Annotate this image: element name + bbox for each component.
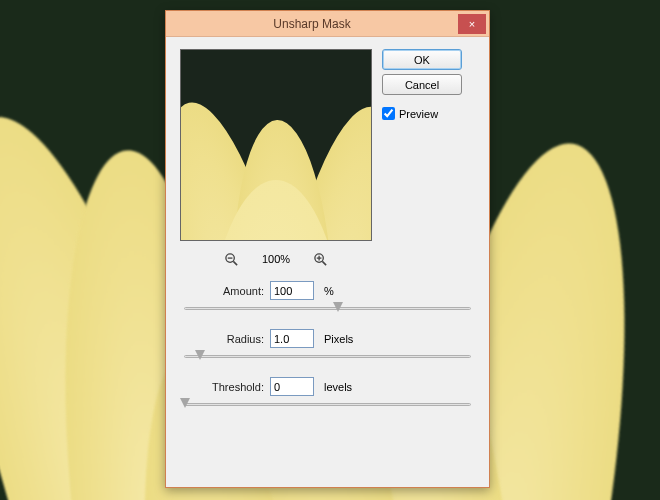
amount-thumb[interactable] — [333, 302, 343, 312]
unsharp-mask-dialog: Unsharp Mask × — [165, 10, 490, 488]
zoom-in-icon — [313, 252, 328, 267]
threshold-unit: levels — [324, 381, 352, 393]
preview-image[interactable] — [180, 49, 372, 241]
zoom-controls: 100% — [180, 251, 372, 267]
radius-track — [184, 355, 471, 358]
dialog-title: Unsharp Mask — [166, 17, 458, 31]
amount-track — [184, 307, 471, 310]
close-button[interactable]: × — [458, 14, 486, 34]
zoom-out-button[interactable] — [224, 251, 240, 267]
threshold-label: Threshold: — [180, 381, 264, 393]
radius-label: Radius: — [180, 333, 264, 345]
amount-unit: % — [324, 285, 334, 297]
close-icon: × — [469, 18, 475, 30]
zoom-in-button[interactable] — [312, 251, 328, 267]
ok-button[interactable]: OK — [382, 49, 462, 70]
radius-row: Radius: Pixels — [180, 329, 475, 348]
dialog-body: 100% OK Cancel — [166, 37, 489, 487]
zoom-percent: 100% — [262, 253, 290, 265]
threshold-slider[interactable] — [180, 399, 475, 411]
threshold-thumb[interactable] — [180, 398, 190, 408]
radius-slider[interactable] — [180, 351, 475, 363]
amount-slider[interactable] — [180, 303, 475, 315]
radius-input[interactable] — [270, 329, 314, 348]
cancel-label: Cancel — [405, 79, 439, 91]
amount-input[interactable] — [270, 281, 314, 300]
titlebar[interactable]: Unsharp Mask × — [166, 11, 489, 37]
threshold-track — [184, 403, 471, 406]
radius-unit: Pixels — [324, 333, 353, 345]
amount-label: Amount: — [180, 285, 264, 297]
amount-row: Amount: % — [180, 281, 475, 300]
svg-line-4 — [322, 261, 326, 265]
threshold-row: Threshold: levels — [180, 377, 475, 396]
radius-thumb[interactable] — [195, 350, 205, 360]
svg-line-1 — [234, 261, 238, 265]
preview-checkbox[interactable] — [382, 107, 395, 120]
zoom-out-icon — [224, 252, 239, 267]
preview-label: Preview — [399, 108, 438, 120]
ok-label: OK — [414, 54, 430, 66]
preview-toggle[interactable]: Preview — [382, 107, 462, 120]
threshold-input[interactable] — [270, 377, 314, 396]
cancel-button[interactable]: Cancel — [382, 74, 462, 95]
